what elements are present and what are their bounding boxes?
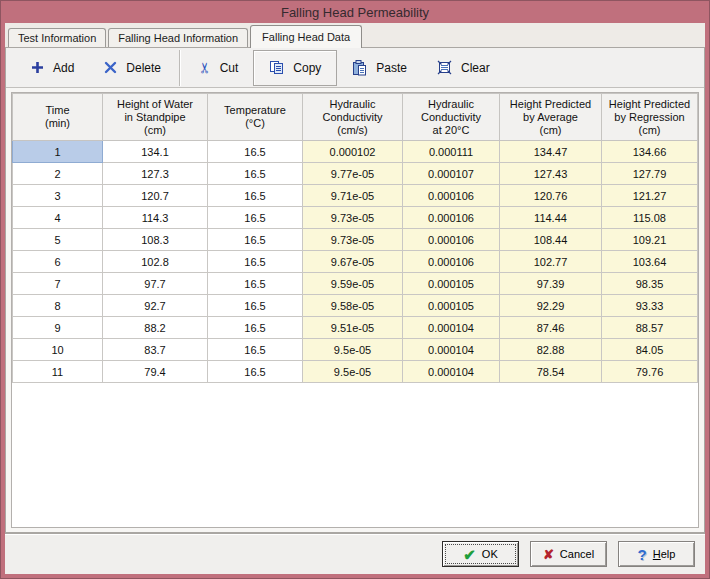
table-cell[interactable]: 134.47 xyxy=(500,141,602,163)
paste-button[interactable]: Paste xyxy=(337,50,422,86)
table-cell[interactable]: 82.88 xyxy=(500,339,602,361)
table-cell[interactable]: 9.5e-05 xyxy=(303,339,403,361)
table-cell[interactable]: 16.5 xyxy=(208,207,303,229)
table-cell[interactable]: 103.64 xyxy=(602,251,698,273)
table-cell[interactable]: 98.35 xyxy=(602,273,698,295)
table-cell[interactable]: 9.58e-05 xyxy=(303,295,403,317)
table-cell[interactable]: 11 xyxy=(13,361,103,383)
table-cell[interactable]: 84.05 xyxy=(602,339,698,361)
tab-falling-head-information[interactable]: Falling Head Information xyxy=(108,28,248,47)
table-cell[interactable]: 0.000104 xyxy=(403,339,500,361)
table-cell[interactable]: 92.29 xyxy=(500,295,602,317)
table-cell[interactable]: 9.67e-05 xyxy=(303,251,403,273)
table-cell[interactable]: 120.7 xyxy=(103,185,208,207)
table-cell[interactable]: 0.000102 xyxy=(303,141,403,163)
table-cell[interactable]: 0.000106 xyxy=(403,229,500,251)
table-cell[interactable]: 16.5 xyxy=(208,339,303,361)
table-cell[interactable]: 6 xyxy=(13,251,103,273)
table-cell[interactable]: 0.000105 xyxy=(403,273,500,295)
table-cell[interactable]: 114.3 xyxy=(103,207,208,229)
delete-label: Delete xyxy=(126,61,161,75)
table-cell[interactable]: 3 xyxy=(13,185,103,207)
tab-falling-head-data[interactable]: Falling Head Data xyxy=(250,25,362,48)
table-header-row: Time (min)Height of Water in Standpipe (… xyxy=(13,94,698,141)
cancel-button[interactable]: ✘ Cancel xyxy=(530,541,607,567)
table-cell[interactable]: 2 xyxy=(13,163,103,185)
table-cell[interactable]: 0.000106 xyxy=(403,207,500,229)
table-cell[interactable]: 78.54 xyxy=(500,361,602,383)
client-area: Test Information Falling Head Informatio… xyxy=(5,23,705,574)
toolbar-separator xyxy=(179,50,180,86)
table-cell[interactable]: 87.46 xyxy=(500,317,602,339)
table-cell[interactable]: 88.2 xyxy=(103,317,208,339)
table-cell[interactable]: 16.5 xyxy=(208,141,303,163)
table-cell[interactable]: 0.000106 xyxy=(403,251,500,273)
table-cell[interactable]: 4 xyxy=(13,207,103,229)
column-header: Temperature (°C) xyxy=(208,94,303,141)
cut-button[interactable]: ✂ Cut xyxy=(183,50,253,86)
table-cell[interactable]: 9.77e-05 xyxy=(303,163,403,185)
table-cell[interactable]: 127.79 xyxy=(602,163,698,185)
table-cell[interactable]: 102.8 xyxy=(103,251,208,273)
table-cell[interactable]: 0.000111 xyxy=(403,141,500,163)
add-button[interactable]: Add xyxy=(16,50,89,86)
table-cell[interactable]: 114.44 xyxy=(500,207,602,229)
table-cell[interactable]: 9.59e-05 xyxy=(303,273,403,295)
table-cell[interactable]: 16.5 xyxy=(208,273,303,295)
table-cell[interactable]: 79.76 xyxy=(602,361,698,383)
tab-strip: Test Information Falling Head Informatio… xyxy=(5,23,705,47)
table-cell[interactable]: 16.5 xyxy=(208,229,303,251)
copy-button[interactable]: Copy xyxy=(253,50,337,86)
table-cell[interactable]: 16.5 xyxy=(208,185,303,207)
table-cell[interactable]: 108.44 xyxy=(500,229,602,251)
table-cell[interactable]: 0.000106 xyxy=(403,185,500,207)
table-cell[interactable]: 8 xyxy=(13,295,103,317)
table-cell[interactable]: 9.73e-05 xyxy=(303,207,403,229)
tab-test-information[interactable]: Test Information xyxy=(8,28,106,47)
table-cell[interactable]: 9.5e-05 xyxy=(303,361,403,383)
table-cell[interactable]: 88.57 xyxy=(602,317,698,339)
table-cell[interactable]: 0.000104 xyxy=(403,317,500,339)
delete-button[interactable]: Delete xyxy=(89,50,176,86)
table-cell[interactable]: 127.3 xyxy=(103,163,208,185)
table-cell[interactable]: 102.77 xyxy=(500,251,602,273)
table-cell[interactable]: 0.000107 xyxy=(403,163,500,185)
table-cell[interactable]: 92.7 xyxy=(103,295,208,317)
table-cell[interactable]: 115.08 xyxy=(602,207,698,229)
data-grid: Time (min)Height of Water in Standpipe (… xyxy=(11,92,699,528)
table-cell[interactable]: 121.27 xyxy=(602,185,698,207)
table-cell[interactable]: 1 xyxy=(13,141,103,163)
table-cell[interactable]: 120.76 xyxy=(500,185,602,207)
table-cell[interactable]: 10 xyxy=(13,339,103,361)
table-cell[interactable]: 16.5 xyxy=(208,295,303,317)
copy-label: Copy xyxy=(293,61,321,75)
table-cell[interactable]: 9 xyxy=(13,317,103,339)
help-button[interactable]: ? Help xyxy=(618,541,695,567)
table-cell[interactable]: 9.51e-05 xyxy=(303,317,403,339)
ok-button[interactable]: ✔ OK xyxy=(442,541,519,567)
table-cell[interactable]: 0.000104 xyxy=(403,361,500,383)
table-cell[interactable]: 9.71e-05 xyxy=(303,185,403,207)
table-cell[interactable]: 0.000105 xyxy=(403,295,500,317)
table-cell[interactable]: 109.21 xyxy=(602,229,698,251)
table-row: 4114.316.59.73e-050.000106114.44115.08 xyxy=(13,207,698,229)
table-cell[interactable]: 93.33 xyxy=(602,295,698,317)
question-icon: ? xyxy=(638,547,647,562)
table-cell[interactable]: 16.5 xyxy=(208,251,303,273)
table-cell[interactable]: 16.5 xyxy=(208,361,303,383)
table-cell[interactable]: 97.7 xyxy=(103,273,208,295)
table-cell[interactable]: 134.1 xyxy=(103,141,208,163)
table-cell[interactable]: 79.4 xyxy=(103,361,208,383)
table-cell[interactable]: 83.7 xyxy=(103,339,208,361)
clear-button[interactable]: Clear xyxy=(422,50,505,86)
table-cell[interactable]: 127.43 xyxy=(500,163,602,185)
table-cell[interactable]: 9.73e-05 xyxy=(303,229,403,251)
table-cell[interactable]: 16.5 xyxy=(208,317,303,339)
table-cell[interactable]: 5 xyxy=(13,229,103,251)
table-cell[interactable]: 134.66 xyxy=(602,141,698,163)
table-cell[interactable]: 16.5 xyxy=(208,163,303,185)
table-cell[interactable]: 7 xyxy=(13,273,103,295)
table-cell[interactable]: 108.3 xyxy=(103,229,208,251)
table-cell[interactable]: 97.39 xyxy=(500,273,602,295)
paste-label: Paste xyxy=(376,61,407,75)
